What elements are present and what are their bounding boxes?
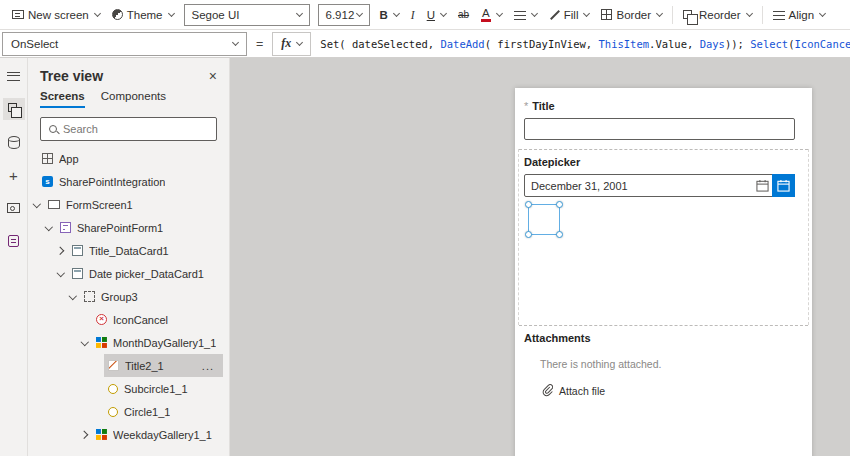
advanced-rail-button[interactable] (3, 230, 25, 252)
chevron-down-icon (819, 10, 826, 17)
data-rail-button[interactable] (3, 131, 25, 153)
calendar-icon[interactable] (752, 175, 772, 196)
tree-item-date-picker-datacard1[interactable]: Date picker_DataCard1 (28, 262, 229, 285)
tab-screens[interactable]: Screens (40, 90, 85, 108)
align-button[interactable]: Align (767, 6, 832, 24)
title-text-input[interactable] (524, 118, 795, 140)
theme-button[interactable]: Theme (106, 6, 180, 24)
tree-item-app[interactable]: App (28, 147, 229, 170)
tree-item-group3[interactable]: Group3 (28, 285, 229, 308)
tree-item-inner: WeekdayGallery1_1 (92, 423, 223, 446)
underline-button[interactable]: U (421, 6, 452, 24)
strikethrough-icon: ab (458, 9, 469, 20)
chevron-right-icon[interactable] (78, 432, 92, 438)
attachments-field-label: Attachments (524, 332, 591, 344)
fill-button[interactable]: Fill (543, 6, 596, 24)
font-color-button[interactable]: A (475, 5, 508, 25)
text-alignment-button[interactable] (508, 7, 543, 23)
resize-handle-ne[interactable] (556, 201, 563, 208)
align-icon (773, 10, 785, 20)
property-select[interactable]: OnSelect (2, 32, 247, 56)
sharepoint-form-card[interactable]: *Title Datepicker (515, 88, 812, 456)
advanced-icon (8, 235, 19, 247)
chevron-down-icon (393, 10, 400, 17)
selected-control-title2[interactable] (528, 204, 560, 235)
underline-icon: U (427, 9, 435, 21)
media-rail-button[interactable] (3, 197, 25, 219)
attach-file-button[interactable]: Attach file (542, 384, 605, 397)
tree-item-title-datacard1[interactable]: Title_DataCard1 (28, 239, 229, 262)
app-window: New screen Theme Segoe UI 6.912 B I U a (0, 0, 850, 456)
reorder-label: Reorder (699, 9, 741, 21)
tree-item-subcircle1-1[interactable]: Subcircle1_1 (28, 377, 229, 400)
chevron-down-icon[interactable] (54, 272, 68, 276)
tree-item-sharepointform1[interactable]: SharePointForm1 (28, 216, 229, 239)
bold-icon: B (380, 9, 388, 21)
new-screen-button[interactable]: New screen (6, 6, 106, 24)
label-icon (108, 360, 119, 371)
datepicker-toggle-button[interactable] (772, 174, 795, 197)
screen-icon (48, 200, 60, 209)
required-mark: * (524, 100, 528, 112)
border-button[interactable]: Border (595, 6, 668, 24)
font-size-select[interactable]: 6.912 (318, 4, 370, 26)
formula-text[interactable]: Set(_dateSelected, DateAdd(_firstDayInVi… (311, 38, 850, 50)
tree-item-title2-1[interactable]: Title2_1... (28, 354, 229, 377)
reorder-button[interactable]: Reorder (677, 6, 758, 24)
formula-segment: IconCancel (795, 38, 850, 50)
top-toolbar: New screen Theme Segoe UI 6.912 B I U a (0, 0, 850, 30)
search-input[interactable] (61, 122, 216, 136)
tree-view-rail-button[interactable] (3, 98, 25, 120)
tree-item-weekdaygallery1-1[interactable]: WeekdayGallery1_1 (28, 423, 229, 446)
tree-item-inner: Circle1_1 (104, 400, 223, 423)
strikethrough-button[interactable]: ab (452, 6, 475, 23)
item-context-menu-button[interactable]: ... (202, 360, 219, 372)
design-canvas[interactable]: *Title Datepicker (230, 58, 850, 456)
chevron-down-icon[interactable] (66, 295, 80, 299)
tree-item-circle1-1[interactable]: Circle1_1 (28, 400, 229, 423)
tree-tabs: Screens Components (28, 88, 229, 108)
resize-handle-nw[interactable] (525, 201, 532, 208)
font-family-select[interactable]: Segoe UI (184, 4, 310, 26)
fill-label: Fill (564, 9, 579, 21)
card-edge-left (518, 149, 519, 325)
theme-icon (112, 9, 123, 20)
data-icon (8, 136, 20, 149)
group-icon (84, 291, 95, 302)
resize-handle-sw[interactable] (525, 231, 532, 238)
tree-item-label: Date picker_DataCard1 (89, 268, 204, 280)
card-edge-right (808, 149, 809, 325)
card-separator (519, 325, 808, 326)
card-separator (519, 149, 808, 150)
italic-icon: I (411, 9, 415, 21)
insert-rail-button[interactable] (3, 164, 25, 186)
tree-item-formscreen1[interactable]: FormScreen1 (28, 193, 229, 216)
resize-handle-se[interactable] (556, 231, 563, 238)
tree-view-icon (8, 103, 17, 112)
equals-sign: = (247, 37, 272, 51)
tree-item-inner: SharePointIntegration (38, 170, 223, 193)
italic-button[interactable]: I (405, 6, 421, 24)
tab-components[interactable]: Components (101, 90, 166, 108)
chevron-down-icon[interactable] (30, 203, 44, 207)
tree-item-iconcancel[interactable]: IconCancel (28, 308, 229, 331)
tree-item-sharepointintegration[interactable]: SharePointIntegration (28, 170, 229, 193)
chevron-down-icon (167, 10, 174, 17)
tree-item-monthdaygallery1-1[interactable]: MonthDayGallery1_1 (28, 331, 229, 354)
date-text-input[interactable] (525, 180, 752, 192)
search-icon (49, 125, 57, 133)
chevron-down-icon[interactable] (78, 341, 92, 345)
close-icon[interactable]: × (209, 69, 217, 83)
chevron-right-icon[interactable] (54, 248, 68, 254)
chevron-down-icon (531, 10, 538, 17)
theme-label: Theme (127, 9, 163, 21)
bold-button[interactable]: B (374, 6, 405, 24)
chevron-down-icon (656, 10, 663, 17)
formula-segment: DateAdd (440, 38, 484, 50)
tree-item-inner: SharePointForm1 (56, 216, 223, 239)
font-color-icon: A (481, 8, 491, 22)
fx-button[interactable]: fx (272, 32, 311, 56)
menu-rail-button[interactable] (3, 65, 25, 87)
form-icon (60, 222, 71, 233)
chevron-down-icon[interactable] (42, 226, 56, 230)
